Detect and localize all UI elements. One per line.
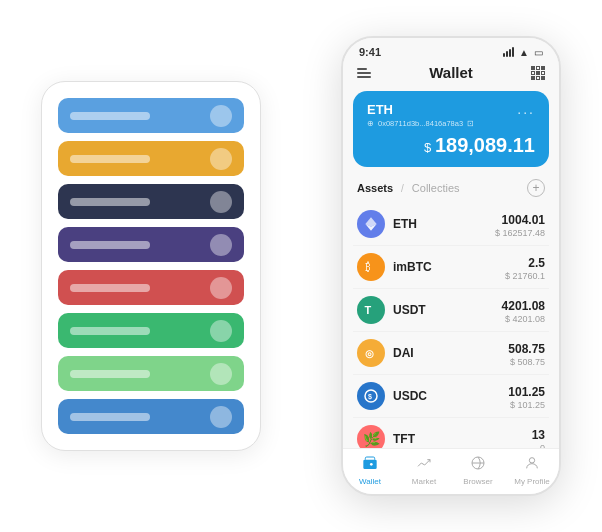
list-item[interactable]: $ USDC 101.25 $ 101.25 bbox=[353, 375, 549, 418]
token-dai-usd: $ 508.75 bbox=[508, 357, 545, 367]
card-icon bbox=[210, 191, 232, 213]
market-nav-icon bbox=[416, 455, 432, 475]
token-imbtc-amount: 2.5 bbox=[528, 256, 545, 270]
token-eth-amounts: 1004.01 $ 162517.48 bbox=[495, 210, 545, 238]
card-icon bbox=[210, 277, 232, 299]
list-item[interactable]: 🌿 TFT 13 0 bbox=[353, 418, 549, 448]
token-imbtc-name: imBTC bbox=[393, 260, 505, 274]
eth-card-name: ETH bbox=[367, 102, 393, 117]
card-icon bbox=[210, 148, 232, 170]
usdt-icon: T bbox=[357, 296, 385, 324]
scan-row bbox=[531, 66, 545, 70]
token-usdt-amounts: 4201.08 $ 4201.08 bbox=[502, 296, 545, 324]
token-dai-amounts: 508.75 $ 508.75 bbox=[508, 339, 545, 367]
phone-scroll[interactable]: ETH ... ⊕ 0x08711d3b...8416a78a3 ⊡ $ 189… bbox=[343, 87, 559, 448]
profile-nav-icon bbox=[524, 455, 540, 475]
eth-card-balance: $ 189,089.11 bbox=[367, 134, 535, 157]
eth-address-text: 0x08711d3b...8416a78a3 bbox=[378, 119, 463, 128]
add-icon: + bbox=[532, 181, 539, 195]
nav-market-label: Market bbox=[412, 477, 436, 486]
token-eth-name: ETH bbox=[393, 217, 495, 231]
nav-wallet-label: Wallet bbox=[359, 477, 381, 486]
back-cards-panel bbox=[41, 81, 261, 451]
bottom-nav: Wallet Market Browser bbox=[343, 448, 559, 494]
card-item[interactable] bbox=[58, 227, 244, 262]
tab-assets[interactable]: Assets bbox=[357, 182, 393, 194]
list-item[interactable]: ₿ imBTC 2.5 $ 21760.1 bbox=[353, 246, 549, 289]
token-usdc-usd: $ 101.25 bbox=[508, 400, 545, 410]
token-dai-amount: 508.75 bbox=[508, 342, 545, 356]
status-time: 9:41 bbox=[359, 46, 381, 58]
eth-card-address: ⊕ 0x08711d3b...8416a78a3 ⊡ bbox=[367, 119, 535, 128]
phone: 9:41 ▲ ▭ Wallet bbox=[341, 36, 561, 496]
card-item[interactable] bbox=[58, 98, 244, 133]
svg-text:◎: ◎ bbox=[365, 348, 374, 359]
svg-point-9 bbox=[529, 458, 534, 463]
scan-row bbox=[531, 76, 545, 80]
browser-nav-icon bbox=[470, 455, 486, 475]
card-item[interactable] bbox=[58, 270, 244, 305]
card-label bbox=[70, 155, 150, 163]
scan-cell bbox=[541, 71, 545, 75]
menu-line-long bbox=[357, 72, 371, 74]
card-label bbox=[70, 112, 150, 120]
card-item[interactable] bbox=[58, 141, 244, 176]
card-label bbox=[70, 327, 150, 335]
token-list: ETH 1004.01 $ 162517.48 ₿ imBTC 2.5 bbox=[343, 203, 559, 448]
token-usdt-usd: $ 4201.08 bbox=[502, 314, 545, 324]
add-asset-button[interactable]: + bbox=[527, 179, 545, 197]
nav-market[interactable]: Market bbox=[397, 455, 451, 486]
nav-profile[interactable]: My Profile bbox=[505, 455, 559, 486]
svg-text:₿: ₿ bbox=[365, 261, 371, 273]
nav-browser[interactable]: Browser bbox=[451, 455, 505, 486]
scan-cell bbox=[536, 71, 540, 75]
token-usdc-name: USDC bbox=[393, 389, 508, 403]
tab-divider: / bbox=[401, 183, 404, 194]
card-item[interactable] bbox=[58, 184, 244, 219]
battery-icon: ▭ bbox=[534, 47, 543, 58]
card-item[interactable] bbox=[58, 356, 244, 391]
wifi-icon: ▲ bbox=[519, 47, 529, 58]
token-eth-amount: 1004.01 bbox=[502, 213, 545, 227]
scene: 9:41 ▲ ▭ Wallet bbox=[11, 11, 591, 521]
token-tft-amount: 13 bbox=[532, 428, 545, 442]
eth-balance-prefix: $ bbox=[424, 140, 435, 155]
status-bar: 9:41 ▲ ▭ bbox=[343, 38, 559, 60]
eth-balance-card[interactable]: ETH ... ⊕ 0x08711d3b...8416a78a3 ⊡ $ 189… bbox=[353, 91, 549, 167]
eth-card-options[interactable]: ... bbox=[517, 101, 535, 117]
status-icons: ▲ ▭ bbox=[503, 47, 543, 58]
scan-cell bbox=[536, 66, 540, 70]
eth-address-copy: ⊡ bbox=[467, 119, 474, 128]
scan-cell bbox=[536, 76, 540, 80]
assets-tabs: Assets / Collecties bbox=[357, 182, 460, 194]
token-usdc-amount: 101.25 bbox=[508, 385, 545, 399]
scan-cell bbox=[531, 71, 535, 75]
token-usdt-name: USDT bbox=[393, 303, 502, 317]
signal-icon bbox=[503, 47, 514, 57]
menu-line-short bbox=[357, 68, 367, 70]
list-item[interactable]: T USDT 4201.08 $ 4201.08 bbox=[353, 289, 549, 332]
scan-icon[interactable] bbox=[531, 66, 545, 80]
menu-icon[interactable] bbox=[357, 68, 371, 78]
scan-cell bbox=[531, 76, 535, 80]
list-item[interactable]: ETH 1004.01 $ 162517.48 bbox=[353, 203, 549, 246]
nav-wallet[interactable]: Wallet bbox=[343, 455, 397, 486]
eth-icon bbox=[357, 210, 385, 238]
card-icon bbox=[210, 320, 232, 342]
menu-line-long2 bbox=[357, 76, 371, 78]
wallet-nav-icon bbox=[362, 455, 378, 475]
tab-collecties[interactable]: Collecties bbox=[412, 182, 460, 194]
dai-icon: ◎ bbox=[357, 339, 385, 367]
card-icon bbox=[210, 406, 232, 428]
tft-icon: 🌿 bbox=[357, 425, 385, 448]
token-dai-name: DAI bbox=[393, 346, 508, 360]
token-eth-usd: $ 162517.48 bbox=[495, 228, 545, 238]
list-item[interactable]: ◎ DAI 508.75 $ 508.75 bbox=[353, 332, 549, 375]
token-imbtc-usd: $ 21760.1 bbox=[505, 271, 545, 281]
token-tft-amounts: 13 0 bbox=[532, 425, 545, 448]
card-icon bbox=[210, 234, 232, 256]
card-item[interactable] bbox=[58, 399, 244, 434]
card-item[interactable] bbox=[58, 313, 244, 348]
eth-card-header: ETH ... bbox=[367, 101, 535, 117]
card-label bbox=[70, 370, 150, 378]
